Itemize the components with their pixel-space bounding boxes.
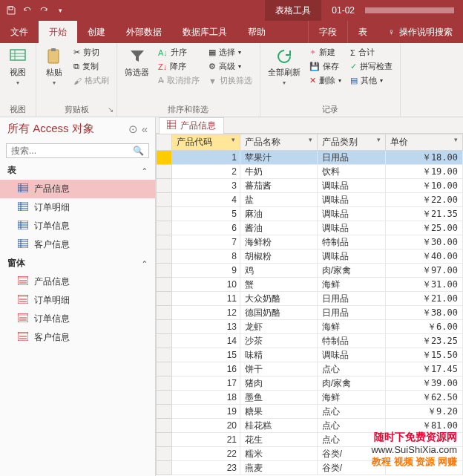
cell-id[interactable]: 14 xyxy=(171,334,240,348)
column-header-price[interactable]: 单价▾ xyxy=(386,134,463,151)
cell-name[interactable]: 苹果汁 xyxy=(240,151,318,165)
cell-id[interactable]: 20 xyxy=(171,419,240,433)
nav-table-item[interactable]: 产品信息 xyxy=(0,180,155,198)
cell-category[interactable]: 日用品 xyxy=(317,151,385,165)
save-icon[interactable] xyxy=(6,5,16,16)
row-selector[interactable] xyxy=(157,193,172,207)
cell-price[interactable]: ￥17.45 xyxy=(386,362,463,376)
cell-id[interactable]: 5 xyxy=(171,207,240,221)
cell-id[interactable]: 3 xyxy=(171,179,240,193)
nav-form-item[interactable]: 产品信息 xyxy=(0,273,155,291)
copy-button[interactable]: ⧉复制 xyxy=(70,60,112,73)
row-selector[interactable] xyxy=(157,221,172,235)
collapse-icon[interactable]: ⌃ xyxy=(142,167,148,175)
cell-category[interactable]: 日用品 xyxy=(317,292,385,306)
cell-name[interactable]: 沙茶 xyxy=(240,334,318,348)
row-selector[interactable] xyxy=(157,292,172,306)
cell-id[interactable]: 2 xyxy=(171,165,240,179)
column-header-category[interactable]: 产品类别▾ xyxy=(317,134,385,151)
cell-category[interactable]: 调味品 xyxy=(317,193,385,207)
table-row[interactable]: 18墨鱼海鲜￥62.50 xyxy=(157,391,463,405)
column-header-id[interactable]: 产品代码▾ xyxy=(171,134,240,151)
tab-create[interactable]: 创建 xyxy=(77,21,116,43)
dropdown-icon[interactable]: ▾ xyxy=(232,136,235,143)
row-selector[interactable] xyxy=(157,278,172,292)
table-row[interactable]: 1苹果汁日用品￥18.00 xyxy=(157,151,463,165)
cell-category[interactable]: 调味品 xyxy=(317,348,385,362)
table-row[interactable]: 8胡椒粉调味品￥40.00 xyxy=(157,250,463,264)
row-selector[interactable] xyxy=(157,151,172,165)
table-row[interactable]: 16饼干点心￥17.45 xyxy=(157,362,463,376)
row-selector[interactable] xyxy=(157,207,172,221)
nav-section-tables[interactable]: 表 ⌃ xyxy=(0,161,155,180)
table-row[interactable]: 22糯米谷类/ xyxy=(157,447,463,461)
nav-table-item[interactable]: 客户信息 xyxy=(0,235,155,254)
cell-category[interactable]: 特制品 xyxy=(317,334,385,348)
nav-table-item[interactable]: 订单明细 xyxy=(0,198,155,217)
cell-price[interactable]: ￥21.00 xyxy=(386,292,463,306)
cell-category[interactable]: 肉/家禽 xyxy=(317,264,385,278)
cell-category[interactable]: 饮料 xyxy=(317,165,385,179)
cell-price[interactable]: ￥97.00 xyxy=(386,264,463,278)
row-selector[interactable] xyxy=(157,320,172,334)
cell-name[interactable]: 大众奶酪 xyxy=(240,292,318,306)
redo-icon[interactable] xyxy=(39,5,49,16)
row-selector[interactable] xyxy=(157,264,172,278)
cell-name[interactable]: 糯米 xyxy=(240,447,318,461)
cell-category[interactable]: 点心 xyxy=(317,362,385,376)
row-selector[interactable] xyxy=(157,362,172,376)
spelling-button[interactable]: ✓拼写检查 xyxy=(347,60,395,73)
dropdown-icon[interactable]: ▾ xyxy=(309,136,312,143)
table-row[interactable]: 11大众奶酪日用品￥21.00 xyxy=(157,292,463,306)
save-record-button[interactable]: 💾保存 xyxy=(306,60,344,73)
nav-options-icon[interactable]: ⊙ « xyxy=(128,123,148,136)
cell-name[interactable]: 牛奶 xyxy=(240,165,318,179)
toggle-filter-button[interactable]: ▼切换筛选 xyxy=(206,74,255,87)
table-row[interactable]: 19糖果点心￥9.20 xyxy=(157,405,463,419)
cell-id[interactable]: 11 xyxy=(171,292,240,306)
cell-name[interactable]: 花生 xyxy=(240,433,318,447)
cell-price[interactable]: ￥62.50 xyxy=(386,391,463,405)
cell-name[interactable]: 德国奶酪 xyxy=(240,306,318,320)
sort-asc-button[interactable]: A↓升序 xyxy=(155,46,203,59)
cell-name[interactable]: 海鲜粉 xyxy=(240,235,318,250)
cell-name[interactable]: 酱油 xyxy=(240,221,318,235)
nav-pane-header[interactable]: 所有 Access 对象 ⊙ « xyxy=(0,117,155,140)
row-selector[interactable] xyxy=(157,433,172,447)
row-selector[interactable] xyxy=(157,376,172,391)
table-row[interactable]: 14沙茶特制品￥23.25 xyxy=(157,334,463,348)
cut-button[interactable]: ✂剪切 xyxy=(70,46,112,59)
refresh-all-button[interactable]: 全部刷新 ▾ xyxy=(265,46,303,88)
dropdown-icon[interactable]: ▾ xyxy=(377,136,381,143)
cell-price[interactable]: ￥40.00 xyxy=(386,250,463,264)
cell-name[interactable]: 蟹 xyxy=(240,278,318,292)
tab-fields[interactable]: 字段 xyxy=(308,21,347,43)
paste-button[interactable]: 粘贴 ▾ xyxy=(41,46,68,88)
cell-price[interactable]: ￥81.00 xyxy=(386,419,463,433)
row-selector[interactable] xyxy=(157,391,172,405)
cell-id[interactable]: 16 xyxy=(171,362,240,376)
advanced-button[interactable]: ⚙高级▾ xyxy=(206,60,255,73)
format-painter-button[interactable]: 🖌格式刷 xyxy=(70,74,112,87)
row-selector[interactable] xyxy=(157,235,172,250)
document-tab[interactable]: 产品信息 xyxy=(159,117,224,134)
cell-price[interactable]: ￥31.00 xyxy=(386,278,463,292)
cell-name[interactable]: 墨鱼 xyxy=(240,391,318,405)
cell-price[interactable]: ￥10.00 xyxy=(386,179,463,193)
table-row[interactable]: 2牛奶饮料￥19.00 xyxy=(157,165,463,179)
cell-category[interactable]: 调味品 xyxy=(317,221,385,235)
qat-more-icon[interactable]: ▾ xyxy=(55,5,65,16)
cell-price[interactable]: ￥39.00 xyxy=(386,376,463,391)
row-selector[interactable] xyxy=(157,334,172,348)
clipboard-launcher-icon[interactable]: ↘ xyxy=(108,105,114,114)
table-row[interactable]: 21花生点心 xyxy=(157,433,463,447)
nav-search-input[interactable] xyxy=(11,146,133,156)
cell-id[interactable]: 9 xyxy=(171,264,240,278)
cell-id[interactable]: 15 xyxy=(171,348,240,362)
totals-button[interactable]: Σ合计 xyxy=(347,46,395,59)
cell-id[interactable]: 4 xyxy=(171,193,240,207)
dropdown-icon[interactable]: ▾ xyxy=(454,136,458,143)
table-row[interactable]: 4盐调味品￥22.00 xyxy=(157,193,463,207)
cell-price[interactable] xyxy=(386,447,463,461)
cell-name[interactable]: 糖果 xyxy=(240,405,318,419)
